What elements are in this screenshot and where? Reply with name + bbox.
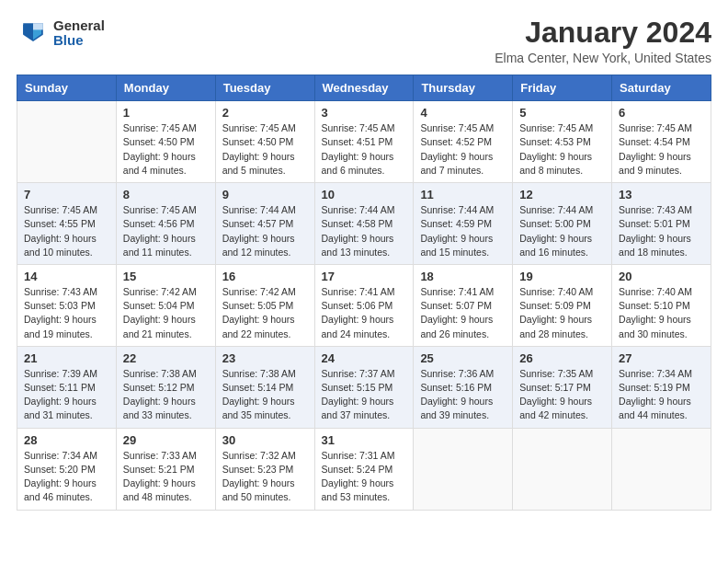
day-number: 31 — [322, 433, 407, 447]
logo-icon — [17, 17, 50, 50]
day-number: 11 — [420, 188, 506, 201]
day-number: 23 — [222, 351, 308, 365]
col-header-thursday: Thursday — [414, 75, 513, 101]
calendar-week-row: 1Sunrise: 7:45 AMSunset: 4:50 PMDaylight… — [17, 101, 711, 183]
calendar-day-21: 21Sunrise: 7:39 AMSunset: 5:11 PMDayligh… — [17, 346, 117, 428]
day-info: Sunrise: 7:40 AMSunset: 5:09 PMDaylight:… — [519, 285, 605, 341]
day-info: Sunrise: 7:45 AMSunset: 4:54 PMDaylight:… — [619, 121, 704, 178]
day-number: 24 — [322, 351, 407, 365]
calendar-day-24: 24Sunrise: 7:37 AMSunset: 5:15 PMDayligh… — [314, 346, 414, 428]
day-number: 13 — [619, 188, 704, 201]
day-info: Sunrise: 7:37 AMSunset: 5:15 PMDaylight:… — [322, 367, 407, 423]
calendar-header-row: SundayMondayTuesdayWednesdayThursdayFrid… — [17, 75, 711, 101]
day-info: Sunrise: 7:44 AMSunset: 4:59 PMDaylight:… — [420, 203, 506, 259]
svg-marker-3 — [33, 23, 43, 29]
day-number: 10 — [322, 188, 407, 201]
day-info: Sunrise: 7:36 AMSunset: 5:16 PMDaylight:… — [420, 367, 506, 423]
day-number: 18 — [420, 270, 506, 283]
day-info: Sunrise: 7:31 AMSunset: 5:24 PMDaylight:… — [322, 449, 407, 505]
calendar-day-20: 20Sunrise: 7:40 AMSunset: 5:10 PMDayligh… — [612, 264, 711, 346]
day-info: Sunrise: 7:41 AMSunset: 5:07 PMDaylight:… — [420, 285, 506, 341]
day-info: Sunrise: 7:42 AMSunset: 5:04 PMDaylight:… — [123, 285, 209, 341]
location-text: Elma Center, New York, United States — [495, 51, 711, 65]
day-number: 19 — [519, 270, 605, 283]
col-header-tuesday: Tuesday — [215, 75, 314, 101]
day-number: 15 — [123, 270, 209, 283]
title-block: January 2024 Elma Center, New York, Unit… — [495, 17, 711, 65]
day-info: Sunrise: 7:32 AMSunset: 5:23 PMDaylight:… — [222, 449, 308, 505]
day-info: Sunrise: 7:41 AMSunset: 5:06 PMDaylight:… — [322, 285, 407, 341]
day-info: Sunrise: 7:45 AMSunset: 4:55 PMDaylight:… — [24, 203, 109, 259]
col-header-friday: Friday — [513, 75, 612, 101]
day-number: 17 — [322, 270, 407, 283]
calendar-day-11: 11Sunrise: 7:44 AMSunset: 4:59 PMDayligh… — [414, 183, 513, 265]
logo-blue-text: Blue — [53, 33, 105, 49]
day-info: Sunrise: 7:45 AMSunset: 4:56 PMDaylight:… — [123, 203, 209, 259]
calendar-day-25: 25Sunrise: 7:36 AMSunset: 5:16 PMDayligh… — [414, 346, 513, 428]
calendar-day-18: 18Sunrise: 7:41 AMSunset: 5:07 PMDayligh… — [414, 264, 513, 346]
calendar-day-31: 31Sunrise: 7:31 AMSunset: 5:24 PMDayligh… — [314, 428, 414, 510]
day-number: 22 — [123, 351, 209, 365]
day-info: Sunrise: 7:39 AMSunset: 5:11 PMDaylight:… — [24, 367, 109, 423]
calendar-week-row: 14Sunrise: 7:43 AMSunset: 5:03 PMDayligh… — [17, 264, 711, 346]
calendar-day-12: 12Sunrise: 7:44 AMSunset: 5:00 PMDayligh… — [513, 183, 612, 265]
col-header-monday: Monday — [116, 75, 215, 101]
day-info: Sunrise: 7:33 AMSunset: 5:21 PMDaylight:… — [123, 449, 209, 505]
day-number: 7 — [24, 188, 109, 201]
day-number: 1 — [123, 106, 209, 120]
calendar-day-8: 8Sunrise: 7:45 AMSunset: 4:56 PMDaylight… — [116, 183, 215, 265]
day-number: 2 — [222, 106, 308, 120]
col-header-wednesday: Wednesday — [314, 75, 414, 101]
day-info: Sunrise: 7:43 AMSunset: 5:03 PMDaylight:… — [24, 285, 109, 341]
calendar-day-empty — [17, 101, 117, 183]
calendar-day-2: 2Sunrise: 7:45 AMSunset: 4:50 PMDaylight… — [215, 101, 314, 183]
day-info: Sunrise: 7:45 AMSunset: 4:52 PMDaylight:… — [420, 121, 506, 178]
calendar-day-3: 3Sunrise: 7:45 AMSunset: 4:51 PMDaylight… — [314, 101, 414, 183]
day-number: 16 — [222, 270, 308, 283]
day-number: 12 — [519, 188, 605, 201]
day-number: 21 — [24, 351, 109, 365]
logo-text: General Blue — [53, 18, 105, 49]
calendar-day-1: 1Sunrise: 7:45 AMSunset: 4:50 PMDaylight… — [116, 101, 215, 183]
calendar-day-27: 27Sunrise: 7:34 AMSunset: 5:19 PMDayligh… — [612, 346, 711, 428]
day-info: Sunrise: 7:43 AMSunset: 5:01 PMDaylight:… — [619, 203, 704, 259]
col-header-saturday: Saturday — [612, 75, 711, 101]
day-number: 14 — [24, 270, 109, 283]
day-info: Sunrise: 7:45 AMSunset: 4:51 PMDaylight:… — [322, 121, 407, 178]
month-title: January 2024 — [495, 17, 711, 49]
day-number: 27 — [619, 351, 704, 365]
logo: General Blue — [17, 17, 105, 50]
col-header-sunday: Sunday — [17, 75, 117, 101]
day-info: Sunrise: 7:34 AMSunset: 5:20 PMDaylight:… — [24, 449, 109, 505]
day-number: 3 — [322, 106, 407, 120]
calendar-week-row: 28Sunrise: 7:34 AMSunset: 5:20 PMDayligh… — [17, 428, 711, 510]
calendar-day-16: 16Sunrise: 7:42 AMSunset: 5:05 PMDayligh… — [215, 264, 314, 346]
calendar-day-22: 22Sunrise: 7:38 AMSunset: 5:12 PMDayligh… — [116, 346, 215, 428]
day-number: 26 — [519, 351, 605, 365]
day-number: 29 — [123, 433, 209, 447]
calendar-day-9: 9Sunrise: 7:44 AMSunset: 4:57 PMDaylight… — [215, 183, 314, 265]
calendar-day-26: 26Sunrise: 7:35 AMSunset: 5:17 PMDayligh… — [513, 346, 612, 428]
day-info: Sunrise: 7:42 AMSunset: 5:05 PMDaylight:… — [222, 285, 308, 341]
calendar-day-13: 13Sunrise: 7:43 AMSunset: 5:01 PMDayligh… — [612, 183, 711, 265]
day-info: Sunrise: 7:45 AMSunset: 4:50 PMDaylight:… — [123, 121, 209, 178]
day-info: Sunrise: 7:38 AMSunset: 5:14 PMDaylight:… — [222, 367, 308, 423]
calendar-day-4: 4Sunrise: 7:45 AMSunset: 4:52 PMDaylight… — [414, 101, 513, 183]
calendar-week-row: 7Sunrise: 7:45 AMSunset: 4:55 PMDaylight… — [17, 183, 711, 265]
day-number: 28 — [24, 433, 109, 447]
calendar-day-empty — [612, 428, 711, 510]
calendar-day-empty — [414, 428, 513, 510]
calendar-day-15: 15Sunrise: 7:42 AMSunset: 5:04 PMDayligh… — [116, 264, 215, 346]
calendar-day-30: 30Sunrise: 7:32 AMSunset: 5:23 PMDayligh… — [215, 428, 314, 510]
calendar-day-28: 28Sunrise: 7:34 AMSunset: 5:20 PMDayligh… — [17, 428, 117, 510]
calendar-day-29: 29Sunrise: 7:33 AMSunset: 5:21 PMDayligh… — [116, 428, 215, 510]
calendar-day-10: 10Sunrise: 7:44 AMSunset: 4:58 PMDayligh… — [314, 183, 414, 265]
day-number: 20 — [619, 270, 704, 283]
day-info: Sunrise: 7:34 AMSunset: 5:19 PMDaylight:… — [619, 367, 704, 423]
calendar-day-7: 7Sunrise: 7:45 AMSunset: 4:55 PMDaylight… — [17, 183, 117, 265]
calendar-day-17: 17Sunrise: 7:41 AMSunset: 5:06 PMDayligh… — [314, 264, 414, 346]
calendar-day-14: 14Sunrise: 7:43 AMSunset: 5:03 PMDayligh… — [17, 264, 117, 346]
calendar-day-19: 19Sunrise: 7:40 AMSunset: 5:09 PMDayligh… — [513, 264, 612, 346]
day-info: Sunrise: 7:38 AMSunset: 5:12 PMDaylight:… — [123, 367, 209, 423]
calendar-day-5: 5Sunrise: 7:45 AMSunset: 4:53 PMDaylight… — [513, 101, 612, 183]
